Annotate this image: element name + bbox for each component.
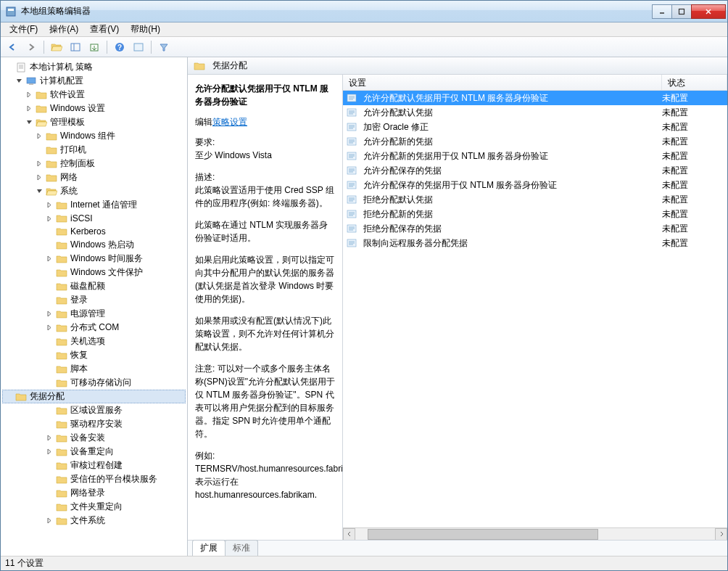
tree-computer-config[interactable]: 计算机配置 xyxy=(2,74,186,88)
tree-disk-quota[interactable]: 磁盘配额 xyxy=(2,279,186,293)
row-setting: 允许分配保存的凭据 xyxy=(360,165,659,177)
tree-kerberos[interactable]: Kerberos xyxy=(2,225,186,238)
scroll-thumb[interactable] xyxy=(368,529,598,540)
list-body[interactable]: 允许分配默认凭据用于仅 NTLM 服务器身份验证 未配置 允许分配默认凭据 未配… xyxy=(343,91,727,527)
tree-windows-file-protection[interactable]: Windows 文件保护 xyxy=(2,266,186,279)
list-panel: 设置 状态 允许分配默认凭据用于仅 NTLM 服务器身份验证 未配置 允许分配默… xyxy=(343,75,727,540)
tree-logon[interactable]: 登录 xyxy=(2,293,186,307)
tree-locale-services[interactable]: 区域设置服务 xyxy=(2,403,186,417)
tree-shutdown-options[interactable]: 关机选项 xyxy=(2,334,186,348)
tree-network[interactable]: 网络 xyxy=(2,171,186,184)
folder-icon xyxy=(46,145,57,155)
folder-icon xyxy=(56,295,67,305)
scroll-left-arrow[interactable] xyxy=(343,528,355,541)
show-hide-tree-button[interactable] xyxy=(67,39,84,55)
tree-device-redirect[interactable]: 设备重定向 xyxy=(2,445,186,459)
menu-file[interactable]: 文件(F) xyxy=(4,22,44,37)
tree-credentials-delegation[interactable]: 凭据分配 xyxy=(2,390,186,403)
list-row[interactable]: 加密 Oracle 修正 未配置 xyxy=(343,120,727,134)
list-row[interactable]: 允许分配默认凭据 未配置 xyxy=(343,105,727,120)
up-button[interactable] xyxy=(48,39,65,55)
tree-windows-settings[interactable]: Windows 设置 xyxy=(2,102,186,115)
tree-network-logon[interactable]: 网络登录 xyxy=(2,486,186,500)
forward-button[interactable] xyxy=(22,39,40,55)
right-panel: 凭据分配 允许分配默认凭据用于仅 NTLM 服务器身份验证 编辑策略设置 要求:… xyxy=(188,57,727,556)
policy-icon xyxy=(346,122,357,132)
menu-view[interactable]: 查看(V) xyxy=(84,22,125,37)
export-button[interactable] xyxy=(86,39,103,55)
row-status: 未配置 xyxy=(659,121,724,133)
tree-driver-install[interactable]: 驱动程序安装 xyxy=(2,417,186,431)
tree-folder-redirect[interactable]: 文件夹重定向 xyxy=(2,500,186,514)
row-status: 未配置 xyxy=(659,237,724,250)
tree-distributed-com[interactable]: 分布式 COM xyxy=(2,321,186,334)
tree-file-system[interactable]: 文件系统 xyxy=(2,514,186,527)
description-panel: 允许分配默认凭据用于仅 NTLM 服务器身份验证 编辑策略设置 要求: 至少 W… xyxy=(188,75,343,540)
col-setting-header[interactable]: 设置 xyxy=(343,75,662,90)
list-row[interactable]: 允许分配保存的凭据用于仅 NTLM 服务器身份验证 未配置 xyxy=(343,178,727,192)
row-setting: 允许分配新的凭据 xyxy=(360,136,659,148)
tree-windows-hot-start[interactable]: Windows 热启动 xyxy=(2,238,186,252)
row-setting: 允许分配默认凭据 xyxy=(360,107,659,119)
maximize-button[interactable] xyxy=(671,4,692,19)
tree-power-mgmt[interactable]: 电源管理 xyxy=(2,307,186,321)
policy-settings-link[interactable]: 策略设置 xyxy=(212,117,247,127)
list-row[interactable]: 拒绝分配保存的凭据 未配置 xyxy=(343,221,727,236)
svg-text:?: ? xyxy=(117,44,122,52)
view-tabs: 扩展 标准 xyxy=(188,540,727,556)
tree-trusted-platform[interactable]: 受信任的平台模块服务 xyxy=(2,472,186,486)
scroll-right-arrow[interactable] xyxy=(715,528,727,541)
filter-button[interactable] xyxy=(155,39,173,55)
list-row[interactable]: 允许分配保存的凭据 未配置 xyxy=(343,163,727,178)
properties-button[interactable] xyxy=(130,39,147,55)
tree-internet-comm[interactable]: Internet 通信管理 xyxy=(2,198,186,212)
desc-label: 描述: xyxy=(195,171,335,184)
tree-panel[interactable]: 本地计算机 策略 计算机配置 软件设置 Windows 设置 管理模板 xyxy=(1,57,188,556)
tree-printers[interactable]: 打印机 xyxy=(2,143,186,157)
tree-windows-time-service[interactable]: Windows 时间服务 xyxy=(2,252,186,266)
tree-removable-storage[interactable]: 可移动存储访问 xyxy=(2,376,186,390)
list-row[interactable]: 拒绝分配默认凭据 未配置 xyxy=(343,192,727,207)
folder-icon xyxy=(56,488,67,498)
req-label: 要求: xyxy=(195,136,335,149)
list-row[interactable]: 拒绝分配新的凭据 未配置 xyxy=(343,207,727,221)
tree-control-panel[interactable]: 控制面板 xyxy=(2,157,186,171)
menu-help[interactable]: 帮助(H) xyxy=(125,22,166,37)
back-button[interactable] xyxy=(4,39,21,55)
minimize-button[interactable] xyxy=(652,4,672,19)
policy-icon xyxy=(346,194,357,205)
tree-admin-templates[interactable]: 管理模板 xyxy=(2,115,186,129)
app-window: 本地组策略编辑器 文件(F) 操作(A) 查看(V) 帮助(H) ? xyxy=(0,0,728,571)
row-status: 未配置 xyxy=(659,92,724,104)
list-row[interactable]: 限制向远程服务器分配凭据 未配置 xyxy=(343,236,727,250)
list-row[interactable]: 允许分配默认凭据用于仅 NTLM 服务器身份验证 未配置 xyxy=(343,91,727,105)
tree-recovery[interactable]: 恢复 xyxy=(2,348,186,362)
tree-windows-components[interactable]: Windows 组件 xyxy=(2,129,186,143)
row-status: 未配置 xyxy=(659,208,724,221)
tab-extended[interactable]: 扩展 xyxy=(192,540,226,556)
row-setting: 允许分配新的凭据用于仅 NTLM 服务器身份验证 xyxy=(360,150,659,163)
tree-iscsi[interactable]: iSCSI xyxy=(2,212,186,225)
svg-rect-16 xyxy=(71,44,80,51)
close-button[interactable] xyxy=(691,4,726,19)
col-status-header[interactable]: 状态 xyxy=(662,75,727,90)
folder-icon xyxy=(56,323,67,333)
desc-p2: 此策略在通过 NTLM 实现服务器身份验证时适用。 xyxy=(195,218,335,245)
right-header-title: 凭据分配 xyxy=(212,59,247,72)
tree-root[interactable]: 本地计算机 策略 xyxy=(2,60,186,74)
tab-standard[interactable]: 标准 xyxy=(225,540,258,556)
folder-icon xyxy=(56,200,67,210)
tree-device-install[interactable]: 设备安装 xyxy=(2,431,186,445)
tree-software-settings[interactable]: 软件设置 xyxy=(2,88,186,102)
tree-scripts[interactable]: 脚本 xyxy=(2,362,186,376)
folder-icon xyxy=(15,392,27,402)
list-row[interactable]: 允许分配新的凭据 未配置 xyxy=(343,134,727,149)
list-row[interactable]: 允许分配新的凭据用于仅 NTLM 服务器身份验证 未配置 xyxy=(343,149,727,163)
row-setting: 允许分配保存的凭据用于仅 NTLM 服务器身份验证 xyxy=(360,179,659,192)
horizontal-scrollbar[interactable] xyxy=(343,527,727,540)
help-button[interactable]: ? xyxy=(111,39,128,55)
tree-audit-process[interactable]: 审核过程创建 xyxy=(2,459,186,472)
folder-icon xyxy=(56,268,67,278)
menu-action[interactable]: 操作(A) xyxy=(44,22,84,37)
tree-system[interactable]: 系统 xyxy=(2,184,186,198)
